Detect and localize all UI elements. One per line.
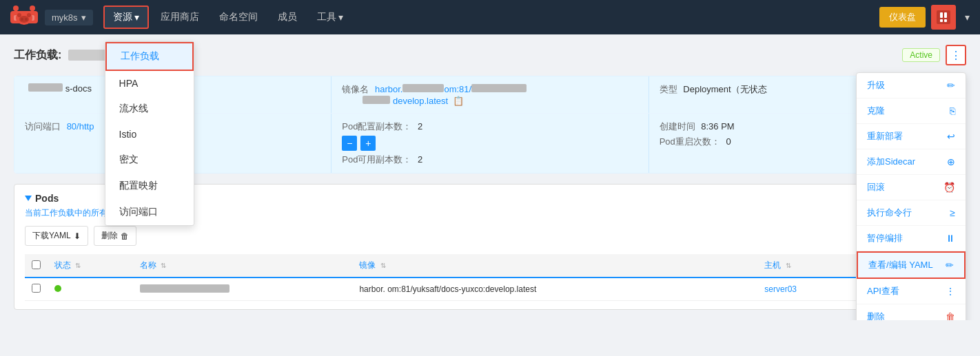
context-item-upgrade[interactable]: 升级 ✏ bbox=[857, 73, 966, 98]
context-item-pause[interactable]: 暂停编排 ⏸ bbox=[857, 226, 966, 251]
type-value: Deployment（无状态 bbox=[683, 84, 766, 94]
table-body: harbor. om:81/yuksaft/docs-yuxco:develop… bbox=[25, 278, 955, 301]
nav-tools-chevron: ▾ bbox=[338, 12, 343, 23]
row-status bbox=[48, 278, 133, 301]
configured-replicas-label: Pod配置副本数： bbox=[342, 121, 411, 132]
download-icon: ⬇ bbox=[74, 231, 81, 241]
row-checkbox-cell bbox=[25, 278, 48, 301]
context-item-yaml[interactable]: 查看/编辑 YAML ✏ bbox=[857, 251, 966, 279]
image-value: harbor.om:81/ bbox=[375, 84, 527, 94]
table-header-status: 状态 ⇅ bbox=[48, 254, 133, 278]
status-badge: Active bbox=[902, 48, 940, 62]
image-label: 镜像名 bbox=[342, 84, 369, 94]
name-sort-icon[interactable]: ⇅ bbox=[161, 262, 166, 269]
port-label: 访问端口 bbox=[25, 121, 61, 132]
expand-icon[interactable] bbox=[25, 196, 32, 201]
table-header: 状态 ⇅ 名称 ⇅ 镜像 ⇅ 主机 ⇅ bbox=[25, 254, 955, 278]
context-item-clone[interactable]: 克隆 ⎘ bbox=[857, 98, 966, 124]
created-time-label: 创建时间 bbox=[660, 121, 695, 132]
row-name bbox=[133, 278, 353, 301]
page-title: 工作负载: bbox=[14, 48, 61, 63]
delete-button[interactable]: 删除 🗑 bbox=[94, 226, 136, 246]
dropdown-item-hpa[interactable]: HPA bbox=[105, 71, 194, 96]
user-dropdown-btn[interactable]: ▾ bbox=[961, 12, 973, 23]
status-sort-icon[interactable]: ⇅ bbox=[75, 262, 81, 269]
increase-replica-button[interactable]: + bbox=[360, 136, 376, 151]
download-yaml-button[interactable]: 下载YAML ⬇ bbox=[25, 226, 88, 246]
svg-point-11 bbox=[27, 13, 31, 17]
copy-icon[interactable]: 📋 bbox=[453, 96, 464, 106]
navbar: myk8s ▾ 资源 ▾ 工作负载 HPA 流水线 Istio bbox=[0, 0, 980, 34]
table-header-host: 主机 ⇅ bbox=[757, 254, 855, 278]
context-item-redeploy[interactable]: 重新部署 ↩ bbox=[857, 124, 966, 149]
yaml-icon: ✏ bbox=[946, 260, 954, 271]
decrease-replica-button[interactable]: − bbox=[342, 136, 357, 151]
more-options-button[interactable]: ⋮ bbox=[946, 45, 966, 65]
pause-label: 暂停编排 bbox=[867, 232, 903, 244]
dashboard-button[interactable]: 仪表盘 bbox=[879, 7, 926, 28]
image-path-redacted bbox=[471, 84, 527, 92]
svg-rect-13 bbox=[940, 12, 943, 18]
delete-label: 删除 bbox=[101, 230, 118, 242]
redeploy-label: 重新部署 bbox=[867, 130, 903, 143]
dropdown-item-workload[interactable]: 工作负载 bbox=[105, 42, 194, 71]
svg-rect-12 bbox=[937, 10, 950, 24]
host-sort-icon[interactable]: ⇅ bbox=[786, 262, 791, 269]
image-tag-row: develop.latest 📋 bbox=[363, 96, 463, 106]
replica-controls: − + bbox=[342, 136, 637, 151]
svg-rect-14 bbox=[944, 12, 947, 18]
restart-count-label: Pod重启次数： bbox=[660, 136, 720, 147]
redeploy-icon: ↩ bbox=[947, 131, 955, 142]
more-icon: ⋮ bbox=[950, 49, 961, 62]
table-row: harbor. om:81/yuksaft/docs-yuxco:develop… bbox=[25, 278, 955, 301]
nav-item-member-label: 成员 bbox=[278, 11, 297, 23]
pod-host-value[interactable]: server03 bbox=[764, 284, 797, 294]
nav-resources-chevron: ▾ bbox=[134, 12, 139, 23]
dropdown-item-secret[interactable]: 密文 bbox=[105, 147, 194, 173]
nav-menu: 资源 ▾ 工作负载 HPA 流水线 Istio 密文 bbox=[103, 6, 879, 29]
table-header-checkbox bbox=[25, 254, 48, 278]
row-checkbox[interactable] bbox=[32, 284, 41, 293]
nav-item-tools[interactable]: 工具 ▾ bbox=[309, 7, 351, 28]
nav-item-namespace[interactable]: 命名空间 bbox=[211, 7, 266, 28]
dropdown-item-configmap[interactable]: 配置映射 bbox=[105, 173, 194, 199]
port-value[interactable]: 80/http bbox=[67, 121, 94, 132]
svg-point-9 bbox=[25, 18, 28, 21]
name-value: s-docs bbox=[65, 83, 92, 94]
nav-item-member[interactable]: 成员 bbox=[269, 7, 305, 28]
configured-replicas-value: 2 bbox=[418, 121, 422, 132]
context-item-apiview[interactable]: API查看 ⋮ bbox=[857, 279, 966, 304]
svg-rect-15 bbox=[940, 19, 943, 22]
pause-icon: ⏸ bbox=[946, 233, 955, 244]
nav-item-resources[interactable]: 资源 ▾ 工作负载 HPA 流水线 Istio 密文 bbox=[103, 6, 149, 29]
context-item-sidecar[interactable]: 添加Sidecar ⊕ bbox=[857, 149, 966, 175]
rollback-icon: ⏰ bbox=[943, 182, 955, 193]
dropdown-item-port[interactable]: 访问端口 bbox=[105, 199, 194, 225]
select-all-checkbox[interactable] bbox=[32, 260, 41, 269]
pod-name-redacted bbox=[140, 284, 229, 293]
user-icon[interactable] bbox=[931, 5, 956, 30]
image-sort-icon[interactable]: ⇅ bbox=[380, 262, 386, 269]
cluster-selector[interactable]: myk8s ▾ bbox=[45, 10, 93, 25]
nav-item-resources-label: 资源 bbox=[113, 11, 132, 23]
pods-title: Pods bbox=[35, 193, 59, 204]
context-item-rollback[interactable]: 回滚 ⏰ bbox=[857, 175, 966, 200]
dropdown-item-istio[interactable]: Istio bbox=[105, 122, 194, 147]
row-host: server03 bbox=[757, 278, 855, 301]
pods-actions: 下载YAML ⬇ 删除 🗑 bbox=[25, 226, 955, 246]
dropdown-item-pipeline[interactable]: 流水线 bbox=[105, 96, 194, 122]
svg-point-8 bbox=[21, 18, 23, 21]
restart-count-value: 0 bbox=[726, 136, 731, 147]
nav-item-appstore[interactable]: 应用商店 bbox=[152, 7, 207, 28]
available-replicas-value: 2 bbox=[418, 154, 422, 165]
image-redacted bbox=[402, 84, 444, 92]
app-logo bbox=[7, 3, 41, 31]
image-tag: develop.latest bbox=[393, 96, 448, 106]
table-header-image: 镜像 ⇅ bbox=[352, 254, 757, 278]
cluster-name: myk8s bbox=[52, 12, 78, 23]
navbar-right: 仪表盘 ▾ bbox=[879, 5, 973, 30]
context-item-delete[interactable]: 删除 🗑 bbox=[857, 304, 966, 320]
cluster-dropdown-icon: ▾ bbox=[81, 12, 86, 23]
context-item-exec[interactable]: 执行命令行 ≥ bbox=[857, 200, 966, 226]
apiview-label: API查看 bbox=[867, 285, 899, 297]
